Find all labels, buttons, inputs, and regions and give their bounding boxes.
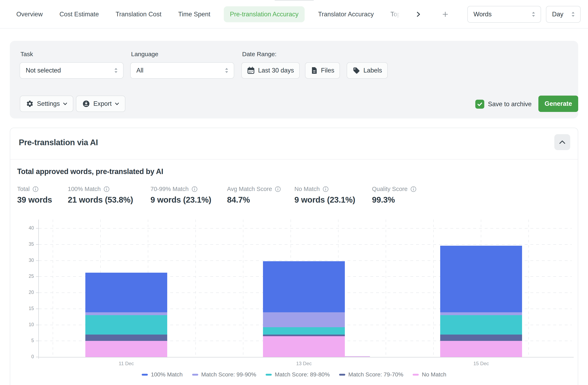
stat-value: 84.7% (227, 195, 281, 204)
tab-time-spent[interactable]: Time Spent (175, 11, 213, 18)
info-icon[interactable] (104, 186, 110, 192)
period-select[interactable]: Day (546, 6, 581, 23)
sort-arrows-icon (571, 11, 575, 18)
legend-label: No Match (422, 371, 446, 378)
tabs-scroll-right-button[interactable] (414, 11, 422, 17)
caret-down-icon (115, 103, 119, 105)
unit-select-value: Words (473, 11, 492, 18)
tab-translator-accuracy[interactable]: Translator Accuracy (315, 11, 377, 18)
tab-top-partial[interactable]: Top (387, 11, 404, 18)
file-icon (311, 67, 318, 74)
sort-arrows-icon (531, 11, 536, 18)
legend-label: Match Score: 99-90% (201, 371, 256, 378)
info-icon[interactable] (191, 186, 198, 192)
save-to-archive-checkbox[interactable] (475, 100, 484, 109)
panel-divider (10, 159, 578, 160)
info-icon[interactable] (410, 186, 417, 192)
period-select-value: Day (552, 11, 563, 18)
calendar-icon (247, 66, 255, 74)
stat-value: 21 words (53.8%) (68, 195, 133, 204)
check-icon (477, 101, 483, 107)
sort-arrows-icon (224, 67, 229, 74)
stat-avg-match-score: Avg Match Score 84.7% (227, 186, 281, 204)
panel-title: Pre-translation via AI (19, 138, 98, 147)
legend-label: 100% Match (151, 371, 183, 378)
labels-button-label: Labels (363, 67, 382, 74)
language-select-value: All (136, 67, 143, 74)
sort-arrows-icon (114, 67, 118, 74)
info-icon[interactable] (275, 186, 281, 192)
date-range-label: Date Range: (242, 51, 276, 58)
legend-swatch-100-match (142, 374, 148, 376)
date-range-value: Last 30 days (258, 67, 294, 74)
stat-label: 70-99% Match (150, 186, 189, 192)
report-filters-panel: Task Not selected Language All Date Rang… (10, 41, 578, 118)
tab-overview[interactable]: Overview (13, 11, 46, 18)
chart-legend: 100% Match Match Score: 99-90% Match Sco… (10, 371, 578, 378)
chevron-right-icon (416, 11, 421, 17)
gear-icon (26, 100, 34, 108)
tab-pre-translation-accuracy[interactable]: Pre-translation Accuracy (224, 6, 305, 22)
generate-button[interactable]: Generate (538, 96, 578, 112)
settings-button-label: Settings (37, 100, 60, 107)
legend-item-no-match[interactable]: No Match (413, 371, 446, 378)
export-button[interactable]: Export (76, 96, 125, 112)
tab-translation-cost[interactable]: Translation Cost (112, 11, 165, 18)
language-label: Language (131, 51, 158, 58)
labels-filter-button[interactable]: Labels (347, 62, 388, 79)
stat-value: 9 words (23.1%) (150, 195, 211, 204)
stat-label: Total (17, 186, 30, 192)
legend-swatch-match-79-70 (339, 374, 345, 376)
collapse-panel-button[interactable] (554, 134, 570, 150)
legend-item-100-match[interactable]: 100% Match (142, 371, 183, 378)
language-select[interactable]: All (130, 62, 234, 79)
save-to-archive-label: Save to archive (488, 101, 532, 108)
files-button-label: Files (321, 67, 334, 74)
stat-no-match: No Match 9 words (23.1%) (294, 186, 355, 204)
pre-translation-panel: Pre-translation via AI Total approved wo… (10, 128, 578, 385)
stat-value: 39 words (17, 195, 52, 204)
files-filter-button[interactable]: Files (305, 62, 340, 79)
export-button-label: Export (93, 100, 112, 107)
settings-button[interactable]: Settings (20, 96, 73, 112)
info-icon[interactable] (32, 186, 39, 192)
stat-quality-score: Quality Score 99.3% (372, 186, 417, 204)
legend-label: Match Score: 89-80% (275, 371, 330, 378)
report-tabs: Overview Cost Estimate Translation Cost … (13, 0, 449, 29)
tab-top-label: Top (391, 11, 401, 18)
stat-label: Quality Score (372, 186, 407, 192)
stat-total: Total 39 words (17, 186, 52, 204)
report-tab-bar: Overview Cost Estimate Translation Cost … (0, 0, 588, 29)
task-label: Task (21, 51, 33, 58)
unit-select[interactable]: Words (467, 6, 541, 23)
legend-item-match-89-80[interactable]: Match Score: 89-80% (266, 371, 330, 378)
date-range-button[interactable]: Last 30 days (241, 62, 300, 79)
task-select[interactable]: Not selected (20, 62, 124, 79)
legend-item-match-79-70[interactable]: Match Score: 79-70% (339, 371, 403, 378)
stat-label: Avg Match Score (227, 186, 272, 192)
tag-icon (352, 66, 360, 74)
plus-icon (442, 11, 448, 17)
tab-cost-estimate[interactable]: Cost Estimate (56, 11, 102, 18)
stat-value: 99.3% (372, 195, 417, 204)
stat-label: No Match (294, 186, 320, 192)
legend-swatch-match-99-90 (192, 374, 198, 376)
stat-value: 9 words (23.1%) (294, 195, 355, 204)
legend-swatch-match-89-80 (266, 374, 272, 376)
legend-label: Match Score: 79-70% (348, 371, 403, 378)
task-select-value: Not selected (26, 67, 61, 74)
chevron-up-icon (559, 140, 566, 144)
stat-label: 100% Match (68, 186, 101, 192)
info-icon[interactable] (323, 186, 329, 192)
stat-100-match: 100% Match 21 words (53.8%) (68, 186, 133, 204)
legend-item-match-99-90[interactable]: Match Score: 99-90% (192, 371, 256, 378)
add-report-tab-button[interactable] (441, 11, 449, 17)
chart-section-title: Total approved words, pre-translated by … (17, 167, 163, 176)
download-circle-icon (82, 100, 90, 108)
stat-70-99-match: 70-99% Match 9 words (23.1%) (150, 186, 211, 204)
legend-swatch-no-match (413, 374, 419, 376)
caret-down-icon (63, 103, 67, 105)
